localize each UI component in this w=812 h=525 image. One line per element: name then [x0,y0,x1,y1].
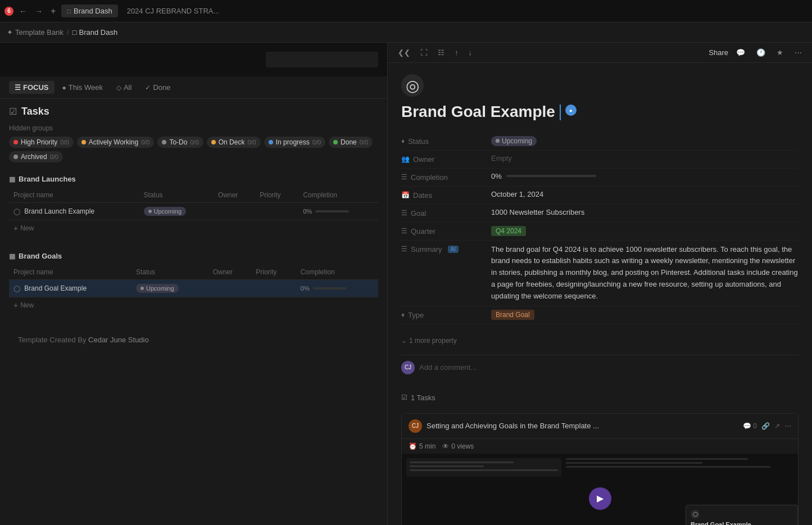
brand-goal-priority-1[interactable] [251,280,296,297]
footer-link[interactable]: Cedar June Studio [88,336,149,344]
tab-rebrand[interactable]: 2024 CJ REBRAND STRA... [121,4,225,17]
brand-goals-thead-row: Project name Status Owner Priority [9,265,378,280]
brand-goals-new-row[interactable]: + New [9,297,378,313]
property-completion-label-wrap: ☰ Completion [401,172,491,182]
brand-goal-status-1[interactable]: Upcoming [131,280,208,297]
brand-launch-status-1[interactable]: Upcoming [139,203,214,220]
col-owner-label-1: Owner [218,191,238,199]
property-owner-label: Owner [413,155,434,164]
share-button[interactable]: Share [709,48,728,57]
back-button[interactable]: ← [17,4,29,18]
sidebar-toggle-button[interactable]: ❮❮ [394,46,414,59]
tab-done[interactable]: ✓ Done [139,81,176,94]
layout-button[interactable]: ☷ [434,46,448,59]
brand-launch-priority-1[interactable] [255,203,298,220]
status-prop-badge: Upcoming [491,136,537,146]
focus-tabs: ☰ FOCUS ● This Week ◇ All ✓ Done [0,76,387,99]
comment-input[interactable]: Add a comment... [419,363,799,372]
brand-goal-name-1[interactable]: ◯ Brand Goal Example [9,280,131,297]
group-tag-in-progress[interactable]: In progress 0/0 [264,137,325,148]
property-type-value[interactable]: Brand Goal [491,310,799,320]
brand-launch-row-1[interactable]: ◯ Brand Launch Example Upcoming [9,203,378,220]
property-quarter-label-wrap: ☰ Quarter [401,226,491,236]
group-tag-on-deck[interactable]: On Deck 0/0 [207,137,261,148]
group-tag-done[interactable]: Done 0/0 [329,137,373,148]
property-completion-label: Completion [411,173,448,182]
col-priority-2: Priority [251,265,296,280]
comp-pct-text: 0% [491,172,502,180]
nav-prev-button[interactable]: ↑ [451,46,462,59]
edit-cursor-indicator [560,105,561,120]
tab-this-week[interactable]: ● This Week [57,81,108,94]
video-comments-button[interactable]: 💬 0 [743,422,757,430]
video-external-button[interactable]: ↗ [774,422,780,430]
high-priority-dot [13,140,18,144]
favorite-button[interactable]: ★ [773,46,787,59]
breadcrumb-parent1-label: Template Bank [15,28,63,37]
history-button[interactable]: 🕐 [753,46,769,59]
brand-goal-completion-1: 0% [296,280,378,297]
brand-goal-row-1[interactable]: ◯ Brand Goal Example Upcoming [9,280,378,297]
tab-brand-dash[interactable]: □ Brand Dash [61,4,117,17]
more-properties[interactable]: ⌄ 1 more property [401,333,799,348]
brand-launch-name-text-1: Brand Launch Example [24,207,94,215]
brand-launches-section: ▦ Brand Launches Project name Status [9,170,378,236]
property-quarter-row: ☰ Quarter Q4 2024 [401,223,799,241]
property-goal-value[interactable]: 1000 Newsletter Subscribers [491,208,799,216]
brand-goal-owner-1[interactable] [208,280,252,297]
group-tag-high-priority[interactable]: High Priority 0/0 [9,137,74,148]
owner-prop-text: Empty [491,154,512,162]
brand-launches-new-row[interactable]: + New [9,220,378,236]
fullpage-button[interactable]: ⛶ [417,46,431,59]
col-owner-1: Owner [214,188,255,203]
brand-launch-owner-1[interactable] [214,203,255,220]
col-priority-label-1: Priority [260,191,280,199]
right-toolbar-left: ❮❮ ⛶ ☷ ↑ ↓ [394,46,475,59]
group-tag-actively-working[interactable]: Actively Working 0/0 [77,137,155,148]
more-options-button[interactable]: ⋯ [791,46,805,59]
property-goal-label: Goal [411,209,426,218]
tab-focus[interactable]: ☰ FOCUS [9,81,55,94]
video-views: 👁 0 views [442,442,474,450]
right-panel: ❮❮ ⛶ ☷ ↑ ↓ Share 💬 🕐 ★ ⋯ ◎ Brand Goa [388,43,812,525]
group-tag-archived[interactable]: Archived 0/0 [9,151,63,162]
breadcrumb-current[interactable]: □ Brand Dash [72,28,118,37]
video-views-text: 0 views [451,442,474,450]
col-priority-1: Priority [255,188,298,203]
top-banner [0,43,387,76]
brand-launches-header: ▦ Brand Launches [9,170,378,188]
completion-bar-wrap-1: 0% [303,208,374,215]
tab-this-week-label: This Week [69,83,103,92]
tasks-count-row[interactable]: ☑ 1 Tasks [401,389,799,406]
property-quarter-value[interactable]: Q4 2024 [491,226,799,236]
forward-button[interactable]: → [33,4,45,18]
video-more-button[interactable]: ⋯ [784,422,791,430]
tab-all[interactable]: ◇ All [111,81,137,94]
comment-area: CJ Add a comment... [401,355,799,380]
play-button[interactable]: ▶ [589,487,611,510]
video-link-button[interactable]: 🔗 [761,422,770,430]
comment-toolbar-button[interactable]: 💬 [733,46,749,59]
in-progress-count: 0/0 [312,139,321,146]
comment-icon: 💬 [743,422,751,430]
property-owner-value[interactable]: Empty [491,154,799,162]
property-completion-value[interactable]: 0% [491,172,799,180]
done-tag-count: 0/0 [360,139,368,146]
col-status-2: Status [131,265,208,280]
property-dates-value[interactable]: October 1, 2024 [491,190,799,198]
group-tag-to-do[interactable]: To-Do 0/0 [157,137,203,148]
property-status-value[interactable]: Upcoming [491,136,799,146]
tab-brand-dash-icon: □ [67,8,71,15]
left-panel: ☰ FOCUS ● This Week ◇ All ✓ Done ☑ Tasks [0,43,388,525]
breadcrumb-parent1[interactable]: ✦ Template Bank [7,28,63,37]
template-footer: Template Created By Cedar June Studio [9,324,378,355]
add-tab-button[interactable]: + [48,4,58,19]
focus-tab-icon: ☰ [15,84,21,92]
to-do-count: 0/0 [190,139,198,146]
col-project-name-label-2: Project name [13,268,53,276]
property-goal-row: ☰ Goal 1000 Newsletter Subscribers [401,205,799,223]
brand-launch-name-1[interactable]: ◯ Brand Launch Example [9,203,139,220]
nav-next-button[interactable]: ↓ [465,46,476,59]
project-circle-icon-1: ◯ [13,208,20,215]
property-summary-value[interactable]: The brand goal for Q4 2024 is to achieve… [491,244,799,302]
